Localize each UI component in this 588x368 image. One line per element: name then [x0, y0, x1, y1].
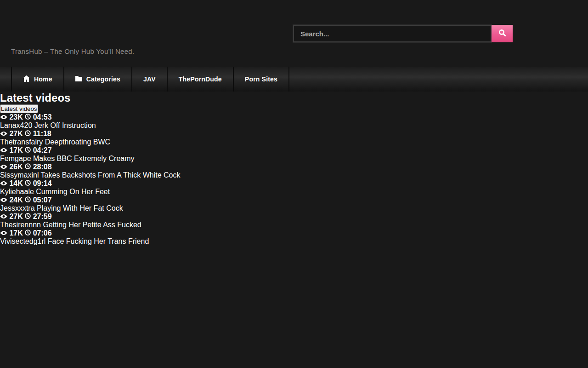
video-title[interactable]: Kyliehaale Cumming On Her Feet [0, 188, 588, 196]
duration-stat: 09:14 [25, 179, 51, 187]
video-stats: 17K 07:06 [0, 229, 588, 237]
views-stat: 23K [0, 113, 25, 121]
clock-icon [25, 196, 33, 204]
video-title[interactable]: Thetransfairy Deepthroating BWC [0, 138, 588, 146]
search-button[interactable] [492, 25, 513, 42]
duration-stat: 27:59 [25, 213, 51, 220]
views-count: 17K [9, 229, 23, 237]
duration-stat: 07:06 [25, 229, 51, 237]
video-thumbnail[interactable]: 24K 05:07 [0, 196, 588, 204]
eye-icon [0, 146, 9, 154]
site-header: TransHub – The Only Hub You’ll Need. [0, 0, 588, 67]
video-thumbnail[interactable]: 26K 28:08 [0, 163, 588, 171]
video-thumbnail[interactable]: 17K 07:06 [0, 229, 588, 237]
duration: 04:53 [33, 113, 52, 121]
video-stats: 14K 09:14 [0, 179, 588, 188]
video-stats: 23K 04:53 [0, 113, 588, 121]
eye-icon [0, 179, 9, 187]
video-title[interactable]: Thesirennnn Getting Her Petite Ass Fucke… [0, 221, 588, 229]
video-thumbnail[interactable]: 17K 04:27 [0, 146, 588, 155]
video-title[interactable]: Femgape Makes BBC Extremely Creamy [0, 155, 588, 163]
duration: 09:14 [33, 179, 52, 187]
main-content: Latest videos Latest videos 23K [0, 92, 588, 246]
video-card[interactable]: 17K 04:27 Femgape Makes BBC Extremely Cr… [0, 146, 588, 163]
clock-icon [25, 179, 33, 187]
nav-item-theporndude[interactable]: ThePornDude [168, 67, 234, 92]
video-thumbnail[interactable]: 14K 09:14 [0, 179, 588, 188]
sort-dropdown-label: Latest videos [1, 105, 37, 112]
video-thumbnail[interactable]: 27K 27:59 [0, 213, 588, 221]
duration: 27:59 [33, 213, 52, 220]
video-card[interactable]: 27K 11:18 Thetransfairy Deepthroating BW… [0, 130, 588, 146]
duration-stat: 05:07 [25, 196, 51, 204]
duration: 07:06 [33, 229, 52, 237]
views-stat: 26K [0, 163, 25, 171]
nav-item-jav[interactable]: JAV [132, 67, 168, 92]
views-count: 24K [9, 196, 23, 204]
video-title[interactable]: Lanax420 Jerk Off Instruction [0, 121, 588, 130]
video-card[interactable]: 14K 09:14 Kyliehaale Cumming On Her Feet [0, 179, 588, 196]
duration: 04:27 [33, 146, 52, 154]
nav-item-home[interactable]: Home [11, 67, 64, 92]
search-icon [498, 29, 506, 38]
section-title: Latest videos [0, 92, 588, 104]
views-count: 27K [9, 130, 23, 138]
views-count: 17K [9, 146, 23, 154]
main-nav: Home Categories JAV ThePornDude Porn Sit… [0, 67, 588, 92]
nav-item-categories[interactable]: Categories [64, 67, 132, 92]
video-card[interactable]: 24K 05:07 Jessxxxtra Playing With Her Fa… [0, 196, 588, 213]
video-title[interactable]: Vivisectedg1rl Face Fucking Her Trans Fr… [0, 237, 588, 246]
nav-item-label: JAV [143, 75, 156, 83]
video-stats: 27K 27:59 [0, 213, 588, 221]
clock-icon [25, 213, 33, 220]
video-card[interactable]: 26K 28:08 Sissymaxinl Takes Backshots Fr… [0, 163, 588, 179]
video-title[interactable]: Jessxxxtra Playing With Her Fat Cock [0, 204, 588, 213]
eye-icon [0, 130, 9, 138]
duration: 05:07 [33, 196, 52, 204]
video-card[interactable]: 23K 04:53 Lanax420 Jerk Off Instruction [0, 113, 588, 130]
eye-icon [0, 196, 9, 204]
section-header: Latest videos Latest videos [0, 92, 588, 113]
clock-icon [25, 113, 33, 121]
views-count: 14K [9, 179, 23, 187]
views-stat: 27K [0, 213, 25, 220]
duration-stat: 28:08 [25, 163, 51, 171]
clock-icon [25, 146, 33, 154]
video-thumbnail[interactable]: 23K 04:53 [0, 113, 588, 121]
views-stat: 17K [0, 229, 25, 237]
video-thumbnail[interactable]: 27K 11:18 [0, 130, 588, 138]
clock-icon [25, 130, 33, 138]
views-stat: 14K [0, 179, 25, 187]
duration: 28:08 [33, 163, 52, 171]
video-card[interactable]: 17K 07:06 Vivisectedg1rl Face Fucking He… [0, 229, 588, 246]
home-icon [23, 75, 30, 83]
video-title[interactable]: Sissymaxinl Takes Backshots From A Thick… [0, 171, 588, 179]
sort-dropdown[interactable]: Latest videos [0, 104, 38, 113]
duration-stat: 04:53 [25, 113, 51, 121]
duration: 11:18 [33, 130, 51, 138]
views-stat: 24K [0, 196, 25, 204]
clock-icon [25, 163, 33, 171]
video-card[interactable]: 27K 27:59 Thesirennnn Getting Her Petite… [0, 213, 588, 229]
nav-item-porn-sites[interactable]: Porn Sites [234, 67, 289, 92]
video-stats: 26K 28:08 [0, 163, 588, 171]
search-bar [293, 25, 513, 42]
search-input[interactable] [293, 25, 492, 42]
clock-icon [25, 229, 33, 237]
views-count: 27K [9, 213, 23, 220]
video-stats: 24K 05:07 [0, 196, 588, 204]
eye-icon [0, 113, 9, 121]
views-stat: 27K [0, 130, 25, 138]
folder-icon [75, 75, 82, 83]
views-count: 23K [9, 113, 23, 121]
video-stats: 17K 04:27 [0, 146, 588, 155]
site-tagline: TransHub – The Only Hub You’ll Need. [11, 47, 134, 55]
nav-item-label: Home [34, 75, 52, 83]
views-count: 26K [9, 163, 23, 171]
duration-stat: 04:27 [25, 146, 51, 154]
video-grid: 23K 04:53 Lanax420 Jerk Off Instruction [0, 113, 588, 246]
nav-item-label: Categories [86, 75, 120, 83]
nav-item-label: ThePornDude [179, 75, 222, 83]
duration-stat: 11:18 [25, 130, 51, 138]
nav-item-label: Porn Sites [245, 75, 277, 83]
